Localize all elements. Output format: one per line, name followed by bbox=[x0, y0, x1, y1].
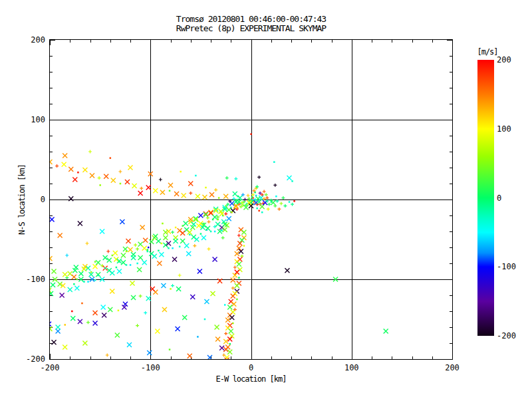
x-axis-label: E-W location [km] bbox=[50, 374, 452, 384]
colorbar-tick-label: -200 bbox=[497, 331, 527, 340]
y-tick-label: 100 bbox=[12, 115, 45, 124]
y-tick-label: 0 bbox=[12, 195, 45, 204]
y-tick-label: -100 bbox=[12, 275, 45, 284]
y-tick-label: 200 bbox=[12, 35, 45, 45]
x-tick-label: -100 bbox=[130, 363, 170, 372]
x-tick-label: 0 bbox=[231, 363, 271, 372]
colorbar-tick-label: 0 bbox=[497, 194, 527, 203]
colorbar-gradient bbox=[477, 60, 494, 336]
y-tick-label: -200 bbox=[12, 354, 45, 364]
scatter-plot-canvas bbox=[50, 40, 452, 359]
skymap-figure: Tromsø 20120801 00:46:00-00:47:43 RwPret… bbox=[0, 0, 532, 399]
x-tick-label: -200 bbox=[30, 363, 70, 372]
colorbar-tick-label: -100 bbox=[497, 262, 527, 271]
colorbar-tick-label: 100 bbox=[497, 124, 527, 134]
x-tick-label: 200 bbox=[432, 363, 472, 372]
colorbar-tick-label: 200 bbox=[497, 55, 527, 65]
plot-title: Tromsø 20120801 00:46:00-00:47:43 bbox=[50, 15, 452, 24]
x-tick-label: 100 bbox=[332, 363, 372, 372]
plot-subtitle: RwPretec (8p) EXPERIMENTAL SKYMAP bbox=[50, 24, 452, 33]
